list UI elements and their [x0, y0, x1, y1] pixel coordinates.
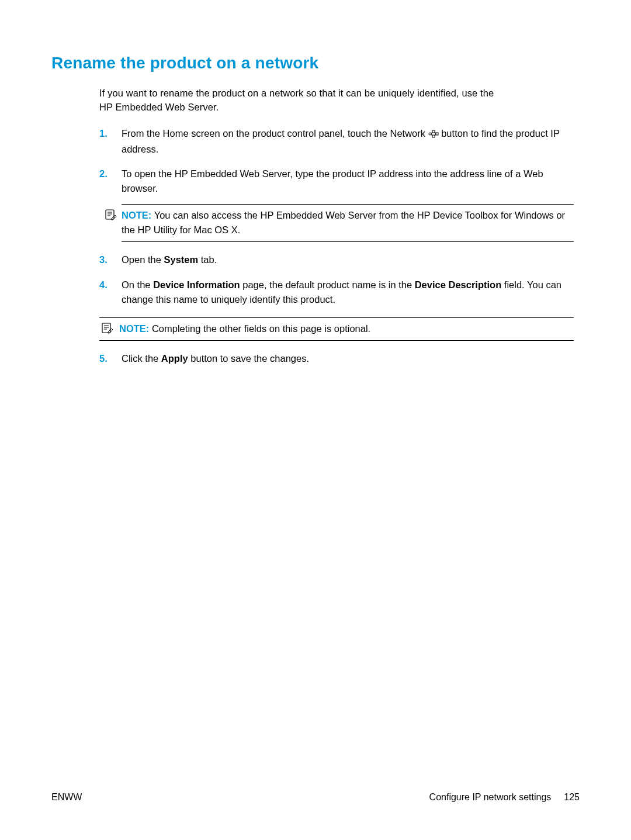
note-label: NOTE: — [119, 323, 149, 334]
network-icon — [428, 127, 439, 142]
step-2: 2. To open the HP Embedded Web Server, t… — [99, 167, 574, 242]
step-4-bold-a: Device Information — [153, 279, 240, 290]
step-5: 5. Click the Apply button to save the ch… — [99, 351, 574, 366]
step-5-bold-a: Apply — [161, 353, 188, 364]
page-footer: ENWW Configure IP network settings 125 — [51, 792, 580, 803]
step-2-text: To open the HP Embedded Web Server, type… — [122, 168, 543, 193]
step-number: 5. — [99, 351, 108, 366]
note-2-body: Completing the other fields on this page… — [152, 323, 370, 334]
svg-rect-1 — [432, 130, 435, 133]
note-icon — [100, 322, 113, 338]
svg-point-0 — [429, 133, 431, 135]
note-box-2-wrapper: NOTE: Completing the other fields on thi… — [99, 317, 574, 341]
intro-line-1: If you want to rename the product on a n… — [99, 88, 494, 98]
step-number: 3. — [99, 253, 108, 267]
step-5-text-b: button to save the changes. — [188, 353, 309, 364]
step-4-bold-b: Device Description — [415, 279, 502, 290]
step-3-bold-a: System — [164, 254, 198, 265]
step-number: 4. — [99, 278, 108, 292]
step-1-text-a: From the Home screen on the product cont… — [122, 128, 428, 139]
page-number: 125 — [564, 792, 580, 803]
footer-right-text: Configure IP network settings — [429, 792, 552, 803]
step-number: 1. — [99, 126, 108, 141]
svg-rect-2 — [432, 135, 435, 137]
note-1-body: You can also access the HP Embedded Web … — [122, 210, 565, 235]
note-icon — [104, 208, 117, 225]
svg-rect-3 — [436, 133, 438, 135]
step-3: 3. Open the System tab. — [99, 253, 574, 267]
step-3-text-b: tab. — [198, 254, 217, 265]
step-number: 2. — [99, 167, 108, 181]
note-box-2: NOTE: Completing the other fields on thi… — [99, 317, 574, 341]
step-4: 4. On the Device Information page, the d… — [99, 278, 574, 307]
footer-left: ENWW — [51, 792, 82, 803]
note-box-1: NOTE: You can also access the HP Embedde… — [122, 204, 574, 243]
step-4-text-b: page, the default product name is in the — [240, 279, 415, 290]
note-label: NOTE: — [122, 210, 151, 220]
section-heading: Rename the product on a network — [51, 54, 580, 72]
step-3-text-a: Open the — [122, 254, 164, 265]
step-5-text-a: Click the — [122, 353, 161, 364]
step-1: 1. From the Home screen on the product c… — [99, 126, 574, 157]
intro-line-2: HP Embedded Web Server. — [99, 102, 219, 112]
intro-paragraph: If you want to rename the product on a n… — [99, 87, 574, 115]
step-4-text-a: On the — [122, 279, 153, 290]
